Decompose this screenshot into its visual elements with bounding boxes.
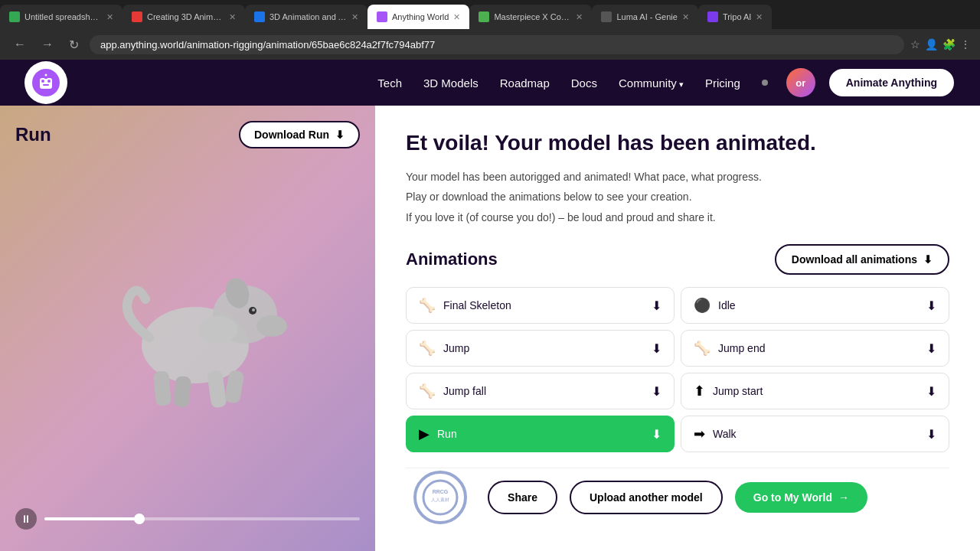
anim-icon-jump-fall: 🦴 <box>419 383 436 399</box>
tab-3d-anim[interactable]: Creating 3D Animati... ✕ <box>122 5 245 29</box>
anim-item-walk[interactable]: ➡ Walk ⬇ <box>681 416 949 452</box>
anim-left-jump: 🦴 Jump <box>419 340 469 357</box>
tab-close-3danim2[interactable]: ✕ <box>351 12 358 22</box>
left-panel: Run Download Run ⬇ <box>0 106 375 551</box>
play-pause-button[interactable]: ⏸ <box>15 508 37 530</box>
favicon-luma <box>601 11 612 22</box>
anim-item-run[interactable]: ▶ Run ⬇ <box>406 416 675 452</box>
tab-spreadsheet[interactable]: Untitled spreadshee... ✕ <box>0 5 122 29</box>
success-subtitle-3: If you love it (of course you do!) – be … <box>406 209 949 226</box>
reload-button[interactable]: ↻ <box>64 36 83 54</box>
back-button[interactable]: ← <box>9 36 31 53</box>
tab-bar: Untitled spreadshee... ✕ Creating 3D Ani… <box>0 0 980 29</box>
progress-fill <box>44 517 139 520</box>
tab-luma[interactable]: Luma AI - Genie ✕ <box>592 5 698 29</box>
nav-roadmap[interactable]: Roadmap <box>500 77 550 90</box>
svg-rect-14 <box>174 376 191 408</box>
anim-name-jump: Jump <box>443 342 469 354</box>
anim-item-idle[interactable]: ⚫ Idle ⬇ <box>681 287 949 324</box>
download-run-icon[interactable]: ⬇ <box>652 427 662 442</box>
watermark-overlay: RRCG 人人素材 <box>406 468 559 527</box>
menu-button[interactable]: ⋮ <box>960 38 971 51</box>
favicon-anything-world <box>377 11 387 22</box>
anim-name-jump-end: Jump end <box>718 342 765 354</box>
favicon-spreadsheet <box>9 11 20 22</box>
anim-icon-run: ▶ <box>419 425 430 442</box>
download-jump-icon[interactable]: ⬇ <box>652 341 662 356</box>
anim-item-jump[interactable]: 🦴 Jump ⬇ <box>406 330 675 367</box>
anim-item-jump-end[interactable]: 🦴 Jump end ⬇ <box>681 330 949 367</box>
download-run-button[interactable]: Download Run ⬇ <box>239 121 360 148</box>
tab-masterpiece[interactable]: Masterpiece X Com... ✕ <box>469 5 592 29</box>
tab-anything-world[interactable]: Anything World ✕ <box>368 5 469 29</box>
download-jump-end-icon[interactable]: ⬇ <box>926 341 936 356</box>
browser-actions: ☆ 👤 🧩 ⋮ <box>910 38 971 51</box>
tab-close-anything-world[interactable]: ✕ <box>453 12 460 22</box>
svg-rect-13 <box>153 370 172 406</box>
anim-item-jump-start[interactable]: ⬆ Jump start ⬇ <box>681 373 949 409</box>
profile-button[interactable]: 👤 <box>925 38 938 51</box>
tab-tripo[interactable]: Tripo AI ✕ <box>698 5 773 29</box>
tab-3d-anim2[interactable]: 3D Animation and A... ✕ <box>245 5 368 29</box>
nav-dot <box>762 80 768 86</box>
tab-anything-world-label: Anything World <box>392 12 449 21</box>
download-idle-icon[interactable]: ⬇ <box>926 298 936 313</box>
favicon-masterpiece <box>479 11 489 22</box>
download-walk-icon[interactable]: ⬇ <box>926 427 936 442</box>
download-jump-start-icon[interactable]: ⬇ <box>926 384 936 399</box>
address-bar: ← → ↻ ☆ 👤 🧩 ⋮ <box>0 29 980 60</box>
tab-close-tripo[interactable]: ✕ <box>756 12 763 22</box>
content-area: Run Download Run ⬇ <box>0 106 980 551</box>
download-run-icon: ⬇ <box>335 129 345 141</box>
svg-rect-1 <box>40 78 52 89</box>
address-input[interactable] <box>90 35 904 54</box>
tab-close-luma[interactable]: ✕ <box>682 12 689 22</box>
upload-another-model-button[interactable]: Upload another model <box>570 481 723 514</box>
nav-community[interactable]: Community <box>619 77 684 90</box>
nav-pricing[interactable]: Pricing <box>705 77 740 90</box>
favicon-tripo <box>707 11 718 22</box>
progress-bar[interactable] <box>44 517 360 520</box>
bookmark-button[interactable]: ☆ <box>910 38 920 51</box>
favicon-3d-anim2 <box>254 11 265 22</box>
svg-point-6 <box>45 74 47 77</box>
download-jump-fall-icon[interactable]: ⬇ <box>652 384 662 399</box>
anim-left-final-skeleton: 🦴 Final Skeleton <box>419 297 511 314</box>
download-final-skeleton-icon[interactable]: ⬇ <box>652 298 662 313</box>
nav-links: Tech 3D Models Roadmap Docs Community Pr… <box>377 77 767 90</box>
download-all-button[interactable]: Download all animations ⬇ <box>775 244 949 275</box>
animate-anything-button[interactable]: Animate Anything <box>828 67 956 98</box>
tab-close-masterpiece[interactable]: ✕ <box>576 12 583 22</box>
anim-icon-walk: ➡ <box>694 425 705 442</box>
logo-icon <box>31 67 61 98</box>
success-subtitle-1: Your model has been autorigged and anima… <box>406 168 949 185</box>
nav: Tech 3D Models Roadmap Docs Community Pr… <box>0 60 980 106</box>
svg-point-9 <box>256 315 287 337</box>
extensions-button[interactable]: 🧩 <box>942 38 956 51</box>
anim-icon-jump: 🦴 <box>419 340 436 357</box>
anim-name-jump-fall: Jump fall <box>443 385 486 397</box>
animations-label: Animations <box>406 249 498 269</box>
user-avatar[interactable]: or <box>786 68 815 97</box>
download-all-icon: ⬇ <box>923 253 933 266</box>
nav-docs[interactable]: Docs <box>571 77 597 90</box>
svg-point-2 <box>41 80 44 83</box>
anim-left-jump-fall: 🦴 Jump fall <box>419 383 486 399</box>
forward-button[interactable]: → <box>37 36 58 53</box>
download-all-label: Download all animations <box>792 253 917 266</box>
go-to-my-world-button[interactable]: Go to My World → <box>735 482 867 513</box>
anim-item-jump-fall[interactable]: 🦴 Jump fall ⬇ <box>406 373 675 409</box>
play-pause-icon: ⏸ <box>21 513 31 525</box>
svg-text:RRCG: RRCG <box>433 489 449 494</box>
browser-chrome: Untitled spreadshee... ✕ Creating 3D Ani… <box>0 0 980 60</box>
anim-name-walk: Walk <box>713 428 737 440</box>
nav-tech[interactable]: Tech <box>377 77 402 90</box>
model-preview <box>15 158 360 502</box>
anim-item-final-skeleton[interactable]: 🦴 Final Skeleton ⬇ <box>406 287 675 324</box>
tab-close-3danim[interactable]: ✕ <box>229 12 236 22</box>
nav-3d-models[interactable]: 3D Models <box>423 77 479 90</box>
svg-rect-4 <box>43 84 49 86</box>
tab-close-spreadsheet[interactable]: ✕ <box>106 12 113 22</box>
anim-icon-final-skeleton: 🦴 <box>419 297 436 314</box>
svg-point-12 <box>252 308 255 311</box>
